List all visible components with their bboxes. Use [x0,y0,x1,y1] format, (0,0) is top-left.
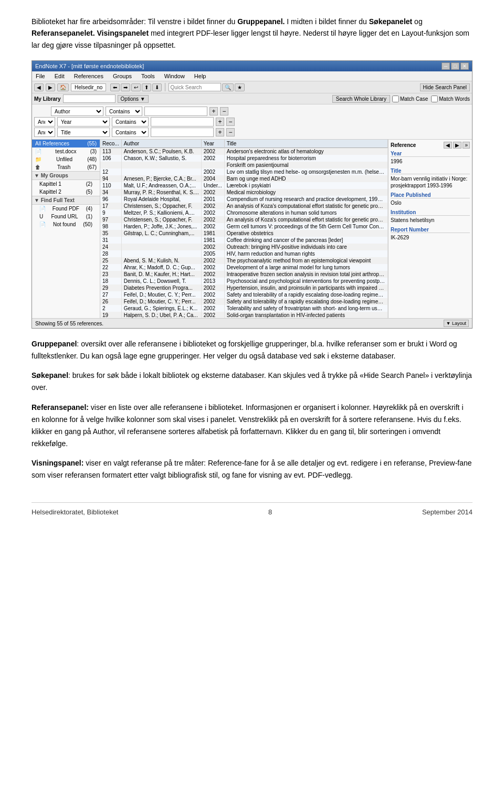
table-row[interactable]: 96Royal Adelaide Hospital,2001Compendium… [100,196,388,203]
cell-reco: 17 [100,203,121,209]
search-remove-button-2[interactable]: − [226,118,235,126]
table-row[interactable]: 35Gilstrap, L. C.; Cunningham,...1981Ope… [100,230,388,237]
table-row[interactable]: 23Banit, D. M.; Kaufer, H.; Hart...2002I… [100,271,388,278]
match-case-checkbox[interactable] [392,96,399,102]
table-row[interactable]: 29Diabetes Prevention Progra...2002Hyper… [100,284,388,291]
table-row[interactable]: 242002Outreach: bringing HIV-positive in… [100,244,388,250]
minimize-button[interactable]: ─ [442,62,450,70]
menu-edit[interactable]: Edit [53,72,66,80]
col-header-reco[interactable]: Reco... [100,140,121,148]
hide-search-panel-button[interactable]: Hide Search Panel [420,83,470,91]
search-top-area: My Library Options ▼ Search Whole Librar… [32,93,472,104]
cell-reco: 9 [100,209,121,216]
search-field-3[interactable]: Title Author Year [57,128,110,137]
col-header-year[interactable]: Year [201,140,224,148]
toolbar-back[interactable]: ◀ [34,83,44,91]
search-add-button-1[interactable]: + [209,107,218,115]
menu-tools[interactable]: Tools [140,72,156,80]
status-bar: Showing 55 of 55 references. ▼ Layout [32,318,472,328]
table-row[interactable]: 113Anderson, S.C.; Poulsen, K.B.2002Ande… [100,148,388,155]
toolbar-btn3[interactable]: ↩ [131,83,141,91]
cell-title: HIV, harm reduction and human rights [224,250,387,257]
table-container[interactable]: Reco... Author Year Title 113Anderson, S… [100,140,388,318]
ref-expand-button[interactable]: » [463,142,470,149]
ref-prev-button[interactable]: ◀ [444,142,452,149]
table-row[interactable]: 34Murray, P. R.; Rosenthal, K. S....2002… [100,189,388,196]
maximize-button[interactable]: □ [451,62,459,70]
found-url-item[interactable]: U Found URL (1) [32,213,100,220]
kapittel2-item[interactable]: Kapittel 2 (5) [32,188,100,196]
search-bool-3[interactable]: And Or [34,128,55,137]
search-remove-button-1[interactable]: − [220,107,228,115]
unfiled-item[interactable]: 📁 Unfiled (48) [32,155,100,163]
table-row[interactable]: 19Halpern, S. D.; Ubel, P. A.; Ca...2002… [100,312,388,318]
table-row[interactable]: 2Geraud, G.; Spierings, E.L.; K...2002To… [100,305,388,312]
all-references-item[interactable]: All References (55) [32,140,100,147]
library-search-input[interactable] [63,94,116,103]
ref-next-button[interactable]: ▶ [453,142,461,149]
cell-year: 1981 [201,230,224,237]
table-row[interactable]: 98Harden, P.; Joffe, J.K.; Jones,...2002… [100,223,388,230]
search-operator-2[interactable]: Contains Is [112,117,149,126]
search-field-2[interactable]: Year Author Title [57,117,110,126]
trash-item[interactable]: 🗑 Trash (67) [32,163,100,171]
kapittel1-item[interactable]: Kapittel 1 (2) [32,180,100,188]
toolbar-star[interactable]: ★ [235,83,245,91]
table-row[interactable]: 22Ahrar, K.; Madoff, D. C.; Gup...2002De… [100,264,388,271]
table-row[interactable]: 94Arnesen, P.; Bjercke, C.A.; Br...2004B… [100,175,388,182]
match-case-text: Match Case [400,96,428,102]
match-words-checkbox[interactable] [431,96,438,102]
search-operator-1[interactable]: Contains Is [106,107,142,116]
menu-references[interactable]: References [72,72,105,80]
search-bool-2[interactable]: And Or [34,117,55,126]
found-pdf-item[interactable]: 📄 Found PDF (4) [32,205,100,213]
table-row[interactable]: 17Christensen, S.; Oppacher, F.2002An an… [100,203,388,209]
toolbar-btn5[interactable]: ⬇ [152,83,162,91]
toolbar-forward[interactable]: ▶ [46,83,55,91]
menu-help[interactable]: Help [193,72,208,80]
table-row[interactable]: 106Chason, K.W.; Sallustio, S.2002Hospit… [100,155,388,162]
search-go-button[interactable]: 🔍 [222,83,234,91]
search-whole-library-button[interactable]: Search Whole Library [332,95,390,103]
table-row[interactable]: 97Christensen, S.; Oppacher, F.2002An an… [100,216,388,223]
table-row[interactable]: 26Feifel, D.; Moutier, C. Y.; Perr...200… [100,298,388,305]
table-row[interactable]: 18Dennis, C. L.; Dowswell, T.2013Psychos… [100,278,388,284]
cell-author: Royal Adelaide Hospital, [121,196,201,203]
toolbar-btn1[interactable]: ⬅ [110,83,120,91]
menu-groups[interactable]: Groups [111,72,133,80]
col-header-author[interactable]: Author [121,140,201,148]
search-add-button-3[interactable]: + [216,128,224,136]
quick-search-input[interactable] [169,83,221,91]
search-operator-3[interactable]: Contains Is [112,128,149,137]
search-value-3[interactable] [151,128,214,137]
search-add-button-2[interactable]: + [216,118,224,126]
cell-author: Abend, S. M.; Kulish, N. [121,257,201,264]
menu-file[interactable]: File [34,72,47,80]
table-row[interactable]: 25Abend, S. M.; Kulish, N.2002The psycho… [100,257,388,264]
table-row[interactable]: 282005HIV, harm reduction and human righ… [100,250,388,257]
layout-button[interactable]: ▼ Layout [444,320,469,327]
toolbar-btn4[interactable]: ⬆ [142,83,151,91]
menu-window[interactable]: Window [163,72,186,80]
toolbar-home[interactable]: 🏠 [57,83,69,91]
table-row[interactable]: 311981Coffee drinking and cancer of the … [100,237,388,244]
table-row[interactable]: 110Malt, U.F.; Andreassen, O.A.;...Under… [100,182,388,189]
toolbar-btn2[interactable]: ➡ [121,83,130,91]
cell-year: 2002 [201,257,224,264]
table-row[interactable]: 122002Lov om statlig tilsyn med helse- o… [100,168,388,175]
table-row[interactable]: 9Meltzer, P. S.; Kallioniemi, A....2002C… [100,209,388,216]
table-row[interactable]: 27Feifel, D.; Moutier, C. Y.; Perr...200… [100,291,388,298]
search-field-1[interactable]: Author Year Title [51,107,103,116]
options-button[interactable]: Options ▼ [118,95,149,103]
search-value-2[interactable] [151,117,214,126]
referansepanel-section: Referansepanel: viser en liste over alle… [32,402,472,450]
col-header-title[interactable]: Title [224,140,387,148]
close-button[interactable]: ✕ [460,62,469,70]
search-value-1[interactable] [144,107,207,116]
cell-title: An analysis of Koza's computational effo… [224,216,387,223]
table-row[interactable]: Forskrift om pasientjournal [100,162,388,168]
search-remove-button-3[interactable]: − [226,128,235,136]
not-found-item[interactable]: 📄 Not found (50) [32,220,100,228]
test-docx-item[interactable]: 📄 test.docx (3) [32,147,100,155]
cell-title: Hypertension, insulin, and proinsulin in… [224,284,387,291]
